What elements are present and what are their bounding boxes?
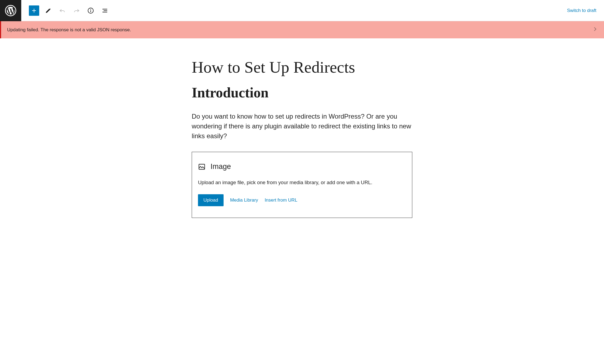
post-heading[interactable]: Introduction (192, 85, 412, 101)
image-block-placeholder[interactable]: Image Upload an image file, pick one fro… (192, 152, 412, 218)
info-button[interactable] (86, 5, 96, 16)
plus-icon (31, 7, 37, 14)
redo-button[interactable] (71, 5, 82, 16)
list-view-icon (101, 7, 108, 14)
svg-rect-4 (199, 164, 205, 169)
insert-from-url-button[interactable]: Insert from URL (265, 198, 297, 203)
post-title[interactable]: How to Set Up Redirects (192, 57, 412, 77)
svg-point-2 (90, 9, 91, 10)
svg-rect-3 (90, 10, 91, 12)
toolbar-left (21, 5, 110, 16)
redo-icon (73, 7, 80, 14)
editor-topbar: Switch to draft (0, 0, 604, 21)
switch-to-draft-button[interactable]: Switch to draft (567, 8, 596, 13)
add-block-button[interactable] (29, 5, 39, 16)
wordpress-icon (5, 5, 16, 16)
edit-tool-button[interactable] (43, 5, 53, 16)
undo-button[interactable] (57, 5, 68, 16)
image-block-actions: Upload Media Library Insert from URL (198, 194, 406, 206)
undo-icon (59, 7, 66, 14)
error-message: Updating failed. The response is not a v… (7, 27, 131, 33)
post-paragraph[interactable]: Do you want to know how to set up redire… (192, 112, 412, 141)
image-block-header: Image (198, 162, 406, 171)
error-dismiss-button[interactable] (592, 26, 598, 33)
toolbar-right: Switch to draft (567, 8, 604, 13)
upload-button[interactable]: Upload (198, 194, 224, 206)
image-block-description: Upload an image file, pick one from your… (198, 180, 406, 186)
image-icon (198, 163, 206, 171)
image-block-title: Image (211, 162, 231, 171)
editor-content: How to Set Up Redirects Introduction Do … (189, 38, 415, 229)
media-library-button[interactable]: Media Library (230, 198, 258, 203)
error-banner: Updating failed. The response is not a v… (0, 21, 604, 38)
info-icon (87, 7, 94, 14)
outline-button[interactable] (100, 5, 110, 16)
chevron-right-icon (592, 26, 598, 32)
wordpress-logo[interactable] (0, 0, 21, 21)
pencil-icon (45, 7, 52, 14)
